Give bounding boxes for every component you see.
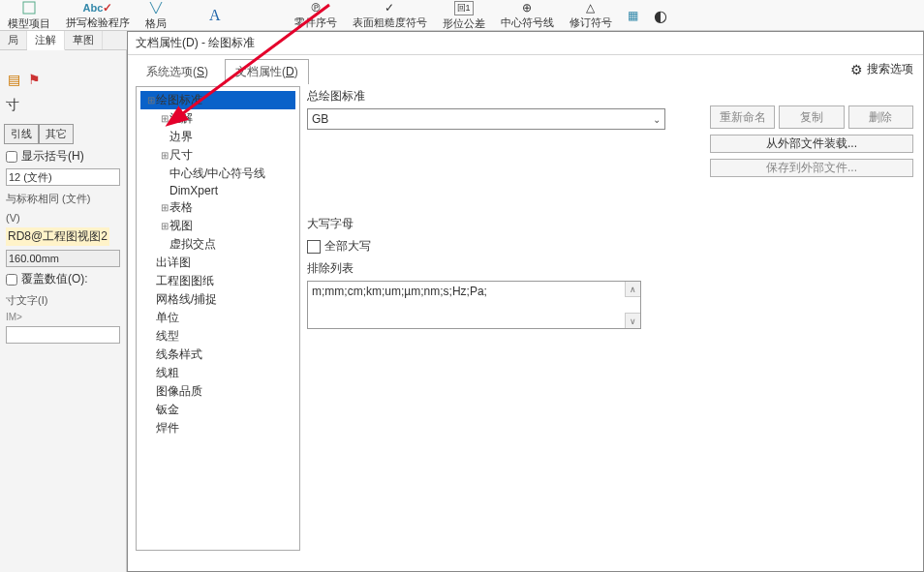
- tree-item[interactable]: 网格线/捕捉: [140, 290, 295, 309]
- format-icon: [148, 0, 164, 15]
- tree-item[interactable]: 图像品质: [140, 382, 295, 401]
- expander-icon[interactable]: ⊞: [146, 95, 156, 105]
- options-tree[interactable]: ⊞绘图标准⊞注解边界⊞尺寸中心线/中心符号线DimXpert⊞表格⊞视图虚拟交点…: [136, 86, 300, 551]
- tab-layout[interactable]: 局: [0, 31, 27, 49]
- search-options[interactable]: ⚙ 搜索选项: [850, 61, 913, 77]
- btn-copy[interactable]: 复制: [779, 105, 844, 129]
- expander-icon[interactable]: ⊞: [160, 150, 169, 161]
- tool-format[interactable]: 格局: [138, 0, 174, 31]
- tab-system-options[interactable]: 系统选项(S): [136, 59, 219, 84]
- exclude-label: 排除列表: [307, 260, 646, 277]
- abc-icon: Abc✓: [83, 1, 113, 15]
- tool-centermark[interactable]: ⊕ 中心符号线: [493, 0, 562, 31]
- tree-item[interactable]: 虚拟交点: [140, 235, 295, 254]
- expander-icon[interactable]: ⊞: [160, 202, 169, 213]
- checkbox-all-caps[interactable]: [307, 240, 321, 254]
- check-icon: ✓: [385, 1, 394, 15]
- scroll-down-icon[interactable]: ∨: [625, 313, 640, 328]
- tab-document-properties[interactable]: 文档属性(D): [225, 59, 309, 84]
- tool-surface[interactable]: ✓ 表面粗糙度符号: [345, 0, 435, 31]
- tree-item[interactable]: ⊞绘图标准: [140, 91, 295, 109]
- dim-value[interactable]: [6, 250, 120, 267]
- tool-grid[interactable]: ▦: [620, 0, 646, 31]
- sphere-icon: ◐: [654, 7, 667, 25]
- tab-sketch[interactable]: 草图: [65, 31, 103, 49]
- gtol-icon: 回1: [454, 1, 474, 15]
- tool-gtol[interactable]: 回1 形位公差: [435, 0, 493, 31]
- flag-icon[interactable]: ⚑: [28, 72, 41, 87]
- std-label: 总绘图标准: [307, 88, 811, 105]
- tree-item[interactable]: 边界: [140, 128, 295, 146]
- tree-item-label: 单位: [156, 310, 179, 326]
- ribbon-toolbar: 模型项目 Abc✓ 拼写检验程序 格局 A ℗ 零件序号 ✓ 表面粗糙度符号 回…: [0, 0, 924, 31]
- tree-item-label: 边界: [169, 129, 193, 145]
- tool-revision[interactable]: △ 修订符号: [562, 0, 620, 31]
- tree-item-label: 表格: [169, 199, 193, 216]
- tree-item-label: DimXpert: [169, 184, 218, 197]
- balloon-icon: ℗: [310, 1, 322, 15]
- btn-rename[interactable]: 重新命名: [710, 105, 775, 129]
- sec-v: (V): [6, 212, 120, 224]
- tree-item-label: 出详图: [156, 255, 191, 271]
- tree-item-label: 线粗: [156, 365, 179, 381]
- tool-font[interactable]: A: [201, 0, 229, 31]
- expander-icon[interactable]: ⊞: [160, 113, 169, 124]
- exclude-listbox[interactable]: m;mm;cm;km;um;µm;nm;s;Hz;Pa; ∧ ∨: [307, 281, 641, 329]
- dimension-link[interactable]: RD8@工程图视图2: [6, 227, 109, 246]
- tree-item[interactable]: 线条样式: [140, 346, 295, 364]
- tree-item[interactable]: ⊞尺寸: [140, 146, 295, 165]
- tool-balloon[interactable]: ℗ 零件序号: [287, 0, 345, 31]
- btn-save-external[interactable]: 保存到外部文件...: [710, 159, 913, 177]
- tree-item[interactable]: DimXpert: [140, 183, 295, 198]
- tree-item[interactable]: 线粗: [140, 364, 295, 382]
- gear-icon: ⚙: [850, 62, 863, 77]
- expander-icon[interactable]: ⊞: [160, 221, 169, 231]
- checkbox-override[interactable]: [6, 274, 17, 286]
- tool-model[interactable]: 模型项目: [0, 0, 58, 31]
- btn-delete[interactable]: 删除: [848, 105, 913, 129]
- tree-item-label: 注解: [169, 110, 193, 127]
- tree-item-label: 视图: [169, 218, 193, 234]
- list-icon[interactable]: ▤: [8, 72, 20, 87]
- tree-item-label: 焊件: [156, 420, 179, 437]
- tool-sphere[interactable]: ◐: [646, 0, 675, 31]
- tree-item[interactable]: ⊞表格: [140, 198, 295, 217]
- std-combo[interactable]: GB ⌄: [307, 108, 665, 130]
- tree-item-label: 工程图图纸: [156, 273, 214, 289]
- tree-item-label: 图像品质: [156, 383, 202, 400]
- center-icon: ⊕: [522, 1, 532, 15]
- checkbox-show-paren[interactable]: [6, 151, 17, 163]
- file-input[interactable]: [6, 168, 120, 186]
- svg-rect-0: [23, 2, 35, 14]
- row-show-paren: 显示括号(H): [6, 148, 120, 165]
- ltab-other[interactable]: 其它: [39, 124, 74, 144]
- tab-annotation[interactable]: 注解: [27, 31, 65, 50]
- ltab-leader[interactable]: 引线: [4, 124, 39, 144]
- tree-item[interactable]: 线型: [140, 327, 295, 346]
- tree-item[interactable]: ⊞视图: [140, 217, 295, 235]
- tree-item-label: 线型: [156, 328, 179, 345]
- btn-load-external[interactable]: 从外部文件装载...: [710, 135, 913, 153]
- tree-item-label: 尺寸: [169, 147, 193, 164]
- caps-header: 大写字母: [307, 216, 646, 232]
- document-properties-dialog: 文档属性(D) - 绘图标准 系统选项(S) 文档属性(D) ⚙ 搜索选项 ⊞绘…: [127, 31, 924, 572]
- tool-spellcheck[interactable]: Abc✓ 拼写检验程序: [58, 0, 138, 31]
- dim-text-input[interactable]: [6, 326, 120, 344]
- tree-item[interactable]: 单位: [140, 309, 295, 327]
- tree-item[interactable]: 工程图图纸: [140, 272, 295, 290]
- panel-title: 寸: [6, 97, 120, 114]
- tree-item[interactable]: ⊞注解: [140, 109, 295, 128]
- grid-icon: ▦: [628, 9, 638, 22]
- dim-text-val: IM>: [6, 312, 120, 322]
- tree-item-label: 绘图标准: [156, 92, 202, 108]
- tree-item[interactable]: 出详图: [140, 254, 295, 272]
- model-icon: [21, 0, 37, 15]
- triangle-icon: △: [586, 1, 595, 15]
- scroll-up-icon[interactable]: ∧: [625, 282, 640, 297]
- tree-item[interactable]: 中心线/中心符号线: [140, 165, 295, 183]
- tree-item-label: 钣金: [156, 402, 179, 418]
- tree-item-label: 线条样式: [156, 346, 202, 363]
- tree-item-label: 网格线/捕捉: [156, 291, 217, 308]
- tree-item[interactable]: 焊件: [140, 419, 295, 437]
- tree-item[interactable]: 钣金: [140, 401, 295, 419]
